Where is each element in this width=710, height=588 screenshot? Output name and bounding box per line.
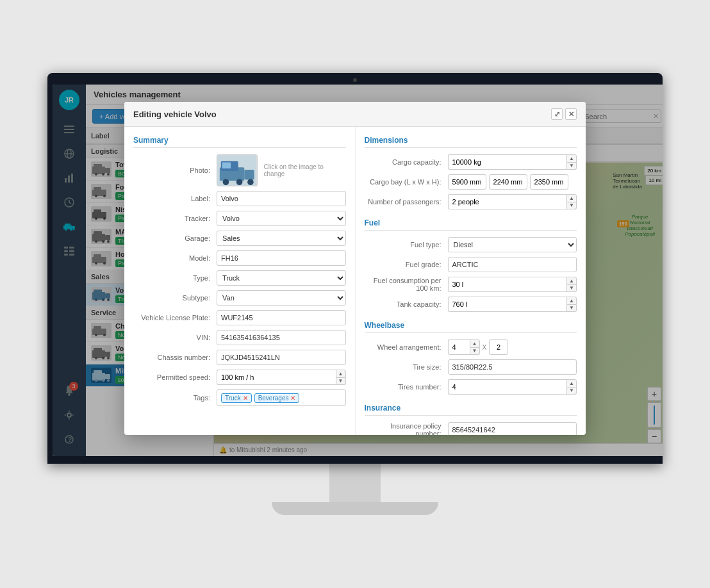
label-row: Label: <box>133 191 346 206</box>
modal-right-panel: Dimensions Cargo capacity: ▲ <box>356 127 586 435</box>
tags-row: Tags: Truck ✕ Beverages ✕ <box>133 389 346 406</box>
type-row: Type: Truck <box>133 270 346 286</box>
chassis-input[interactable] <box>217 350 346 365</box>
insurance-title: Insurance <box>365 404 577 416</box>
tag-beverages-remove[interactable]: ✕ <box>290 395 295 402</box>
tag-truck: Truck ✕ <box>221 393 252 403</box>
photo-area: Click on the image to change <box>217 154 346 186</box>
tires-number-row: Tires number: ▲ ▼ <box>365 379 577 395</box>
wheelbase-title: Wheelbase <box>365 321 577 333</box>
modal-header: Editing vehicle Volvo ⤢ ✕ <box>124 102 586 127</box>
tires-up-button[interactable]: ▲ <box>566 379 577 388</box>
label-input[interactable] <box>217 191 346 206</box>
modal-body: Summary Photo: <box>124 127 586 435</box>
modal-close-button[interactable]: ✕ <box>565 108 577 120</box>
passengers-row: Number of passengers: ▲ ▼ <box>365 194 577 209</box>
speed-row: Permitted speed: ▲ ▼ <box>133 370 346 385</box>
subtype-select[interactable]: Van <box>217 290 346 306</box>
license-plate-input[interactable] <box>217 310 346 325</box>
fuel-type-select[interactable]: Diesel <box>448 237 577 252</box>
tag-beverages: Beverages ✕ <box>254 393 300 403</box>
tires-number-stepper: ▲ ▼ <box>448 379 577 395</box>
tire-size-input[interactable] <box>448 359 577 375</box>
cargo-down-button[interactable]: ▼ <box>566 163 577 170</box>
wheel-x-stepper: ▲ ▼ <box>448 339 480 355</box>
tires-down-button[interactable]: ▼ <box>566 388 577 395</box>
modal-close-buttons: ⤢ ✕ <box>551 108 577 120</box>
fuel-type-row: Fuel type: Diesel <box>365 237 577 252</box>
fuel-title: Fuel <box>365 218 577 231</box>
fuel-consumption-row: Fuel consumption per 100 km: ▲ ▼ <box>365 277 577 292</box>
wheel-x-up[interactable]: ▲ <box>470 339 480 348</box>
monitor-bezel: JR <box>53 85 663 456</box>
cargo-bay-l-input[interactable] <box>448 174 486 190</box>
tags-input[interactable]: Truck ✕ Beverages ✕ <box>217 389 346 406</box>
garage-row: Garage: Sales <box>133 231 346 246</box>
tag-truck-remove[interactable]: ✕ <box>243 395 248 402</box>
passengers-down-button[interactable]: ▼ <box>566 202 577 210</box>
svg-rect-84 <box>244 170 254 179</box>
wheel-arrangement-inputs: ▲ ▼ X <box>448 339 509 355</box>
cargo-capacity-row: Cargo capacity: ▲ ▼ <box>365 154 577 170</box>
tires-number-input[interactable] <box>448 379 567 395</box>
tracker-select[interactable]: Volvo <box>217 211 346 226</box>
wheel-x-down[interactable]: ▼ <box>470 348 480 355</box>
modal-resize-button[interactable]: ⤢ <box>551 108 563 120</box>
monitor-stand-neck <box>329 464 381 502</box>
cargo-bay-w-input[interactable] <box>489 174 527 190</box>
tank-capacity-stepper: ▲ ▼ <box>448 297 577 312</box>
license-plate-row: Vehicle License Plate: <box>133 310 346 325</box>
policy-number-input[interactable] <box>448 422 577 435</box>
tire-size-row: Tire size: <box>365 359 577 375</box>
cargo-capacity-stepper: ▲ ▼ <box>448 154 577 170</box>
fuel-grade-input[interactable] <box>448 257 577 272</box>
subtype-row: Subtype: Van <box>133 290 346 306</box>
main-content: Vehicles management + Add vehicle ▾ ✏ Ed… <box>86 85 663 456</box>
dimensions-title: Dimensions <box>365 136 577 148</box>
model-input[interactable] <box>217 250 346 266</box>
consumption-up-button[interactable]: ▲ <box>566 277 577 285</box>
policy-number-row: Insurance policy number: <box>365 422 577 435</box>
vin-input[interactable] <box>217 330 346 345</box>
wheel-y-input[interactable] <box>489 339 508 355</box>
edit-vehicle-modal: Editing vehicle Volvo ⤢ ✕ Summary <box>124 102 586 435</box>
tank-capacity-input[interactable] <box>448 297 567 312</box>
wheelbase-section: Wheelbase Wheel arrangement: <box>365 321 577 395</box>
passengers-input[interactable] <box>448 194 567 209</box>
cargo-capacity-input[interactable] <box>448 154 567 170</box>
dimensions-section: Dimensions Cargo capacity: ▲ <box>365 136 577 209</box>
type-select[interactable]: Truck <box>217 270 346 286</box>
cargo-bay-row: Cargo bay (L x W x H): <box>365 174 577 190</box>
garage-select[interactable]: Sales <box>217 231 346 246</box>
photo-hint: Click on the image to change <box>264 163 346 177</box>
speed-up-button[interactable]: ▲ <box>336 370 346 378</box>
monitor-stand-base <box>272 502 438 515</box>
speed-input[interactable] <box>217 370 336 385</box>
cargo-bay-inputs <box>448 174 568 190</box>
model-row: Model: <box>133 250 346 266</box>
summary-section-title: Summary <box>133 136 346 148</box>
passengers-up-button[interactable]: ▲ <box>566 194 577 202</box>
fuel-grade-row: Fuel grade: <box>365 257 577 272</box>
vehicle-photo[interactable] <box>217 154 258 186</box>
chassis-row: Chassis number: <box>133 350 346 365</box>
wheel-x-input[interactable] <box>448 339 470 355</box>
svg-point-82 <box>223 179 229 185</box>
consumption-down-button[interactable]: ▼ <box>566 285 577 293</box>
modal-left-panel: Summary Photo: <box>124 127 356 435</box>
cargo-up-button[interactable]: ▲ <box>566 154 577 163</box>
speed-stepper: ▲ ▼ <box>217 370 346 385</box>
tank-down-button[interactable]: ▼ <box>566 305 577 313</box>
tank-capacity-row: Tank capacity: ▲ ▼ <box>365 297 577 312</box>
passengers-stepper: ▲ ▼ <box>448 194 577 209</box>
insurance-section: Insurance Insurance policy number: Insur… <box>365 404 577 435</box>
tracker-row: Tracker: Volvo <box>133 211 346 226</box>
tank-up-button[interactable]: ▲ <box>566 297 577 305</box>
svg-rect-86 <box>222 163 231 169</box>
fuel-consumption-input[interactable] <box>448 277 567 292</box>
speed-down-button[interactable]: ▼ <box>336 378 346 386</box>
wheel-arrangement-row: Wheel arrangement: ▲ ▼ <box>365 339 577 355</box>
modal-overlay: Editing vehicle Volvo ⤢ ✕ Summary <box>86 85 663 456</box>
modal-title: Editing vehicle Volvo <box>133 110 217 119</box>
cargo-bay-h-input[interactable] <box>530 174 568 190</box>
